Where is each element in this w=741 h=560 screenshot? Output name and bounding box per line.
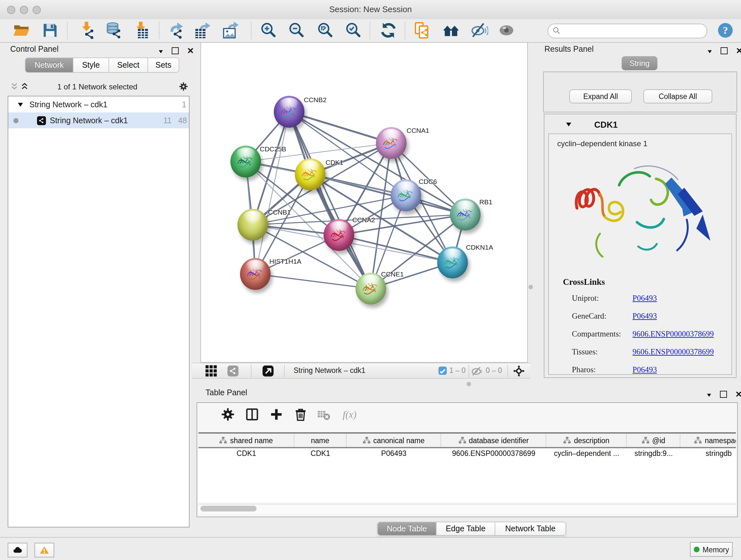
hide-selected-icon[interactable] [471, 22, 488, 39]
network-node-rb1[interactable] [450, 199, 481, 231]
results-panel-title: Results Panel [544, 45, 594, 54]
plus-icon[interactable] [269, 408, 283, 422]
import-table-icon[interactable] [132, 22, 149, 39]
table-cell[interactable]: CDK1 [294, 449, 347, 462]
network-node-ccnb2[interactable] [274, 96, 305, 128]
export-table-icon[interactable] [195, 22, 212, 39]
network-view-title: String Network – cdk1 [293, 367, 365, 374]
tab-select[interactable]: Select [109, 57, 148, 73]
network-node-hist1h1a[interactable] [240, 258, 271, 290]
collapse-gene-icon[interactable] [566, 123, 571, 126]
warning-icon[interactable] [35, 543, 54, 557]
fx-icon[interactable]: f(x) [342, 408, 356, 422]
column-header-name[interactable]: name [294, 434, 347, 447]
export-network-icon[interactable] [168, 22, 185, 39]
trash-icon[interactable] [293, 408, 308, 422]
crosslink-link[interactable]: P06493 [632, 294, 657, 303]
collection-expander-icon[interactable] [18, 103, 23, 106]
crosslink-link[interactable]: 9606.ENSP00000378699 [632, 329, 714, 339]
tab-network-table[interactable]: Network Table [495, 522, 566, 536]
crosslink-link[interactable]: P06493 [632, 365, 657, 375]
table-cell[interactable]: cyclin–dependent ... [546, 449, 627, 462]
grid-icon[interactable] [205, 365, 217, 377]
show-all-icon[interactable] [498, 22, 515, 39]
column-header--id[interactable]: @id [627, 434, 680, 447]
delete-table-icon[interactable] [317, 408, 331, 422]
table-panel-menu-icon[interactable] [706, 390, 712, 398]
control-panel-tabs: NetworkStyleSelectSets [25, 57, 179, 73]
network-node-cdk1[interactable] [295, 159, 326, 190]
control-panel-close-icon[interactable]: ✕ [187, 46, 194, 56]
copy-network-icon[interactable] [413, 22, 430, 39]
hidden-eye-small-icon[interactable] [471, 365, 482, 377]
crosslink-link[interactable]: 9606.ENSP00000378699 [632, 348, 714, 357]
table-cell[interactable]: CDK1 [199, 449, 294, 462]
help-icon[interactable]: ? [718, 23, 733, 38]
memory-status-dot [693, 547, 699, 552]
memory-button[interactable]: Memory [690, 542, 733, 557]
control-panel-menu-icon[interactable] [158, 47, 163, 55]
cloud-icon[interactable] [8, 543, 27, 557]
columns-icon[interactable] [245, 408, 259, 422]
network-canvas[interactable]: CCNB2CCNA1CDC25BCDK1CDC6RB1CCNB1CCNA2CDK… [200, 42, 528, 363]
node-label-ccnb2: CCNB2 [304, 96, 327, 104]
crosslink-row: Pharos:P06493 [572, 365, 596, 375]
results-panel-close-icon[interactable]: ✕ [736, 46, 741, 56]
refresh-icon[interactable] [380, 22, 397, 39]
crosshair-icon[interactable] [513, 365, 525, 377]
network-node-ccna2[interactable] [324, 219, 354, 251]
network-node-ccnb1[interactable] [238, 209, 268, 241]
network-node-cdc25b[interactable] [230, 145, 261, 178]
network-node-cdkn1a[interactable] [437, 246, 468, 278]
column-header-description[interactable]: description [546, 434, 627, 447]
network-node-cdc6[interactable] [391, 179, 421, 211]
table-panel-close-icon[interactable]: ✕ [735, 389, 741, 399]
table-row[interactable]: CDK1CDK1P064939606.ENSP00000378699cyclin… [199, 449, 736, 462]
scrollbar-thumb[interactable] [200, 506, 257, 511]
toolbar-separator [251, 365, 252, 377]
column-header-canonical-name[interactable]: canonical name [347, 434, 441, 447]
results-panel-menu-icon[interactable] [707, 47, 712, 55]
tab-sets[interactable]: Sets [148, 57, 179, 73]
results-panel-float-icon[interactable] [721, 47, 728, 54]
zoom-out-icon[interactable] [288, 22, 305, 39]
import-network-icon[interactable] [78, 22, 95, 39]
tab-style[interactable]: Style [73, 57, 109, 73]
selected-nodes-checkbox[interactable] [439, 367, 447, 375]
save-session-icon[interactable] [42, 22, 59, 39]
hidden-counts: 0 – 0 [486, 367, 502, 374]
tab-network[interactable]: Network [25, 57, 73, 73]
network-label: String Network – cdk1 [50, 116, 128, 125]
zoom-selected-icon[interactable] [345, 22, 362, 39]
zoom-fit-icon[interactable] [317, 22, 334, 39]
table-cell[interactable]: stringdb:9... [627, 449, 680, 462]
open-file-icon[interactable] [13, 22, 30, 39]
column-header-shared-name[interactable]: shared name [199, 434, 294, 447]
network-row-selected[interactable]: String Network – cdk1 11 48 [8, 112, 189, 128]
tab-node-table[interactable]: Node Table [377, 522, 436, 536]
table-panel-float-icon[interactable] [720, 391, 727, 398]
table-cell[interactable]: 9606.ENSP00000378699 [441, 449, 546, 462]
export-image-icon[interactable] [221, 22, 239, 39]
birds-eye-icon[interactable] [442, 22, 459, 39]
import-database-icon[interactable] [105, 22, 122, 39]
external-link-icon[interactable] [262, 365, 274, 377]
share-gray-icon[interactable] [227, 365, 239, 377]
table-cell[interactable]: P06493 [347, 449, 441, 462]
control-panel-float-icon[interactable] [172, 47, 179, 54]
tab-edge-table[interactable]: Edge Table [436, 522, 495, 536]
table-gear-icon[interactable] [221, 408, 235, 422]
collapse-all-button[interactable]: Collapse All [643, 89, 712, 104]
network-node-ccna1[interactable] [376, 127, 407, 159]
network-collection-row[interactable]: String Network – cdk1 1 [8, 97, 189, 112]
zoom-in-icon[interactable] [260, 22, 277, 39]
expand-all-button[interactable]: Expand All [569, 89, 632, 104]
column-header-namespace[interactable]: namespace [680, 434, 736, 447]
table-horizontal-scrollbar[interactable] [199, 504, 736, 513]
network-options-gear-icon[interactable] [179, 82, 188, 91]
column-header-database-identifier[interactable]: database identifier [441, 434, 546, 447]
crosslink-link[interactable]: P06493 [632, 312, 657, 321]
tab-string[interactable]: String [622, 56, 657, 70]
search-input[interactable] [548, 23, 707, 38]
table-cell[interactable]: stringdb [680, 449, 736, 462]
